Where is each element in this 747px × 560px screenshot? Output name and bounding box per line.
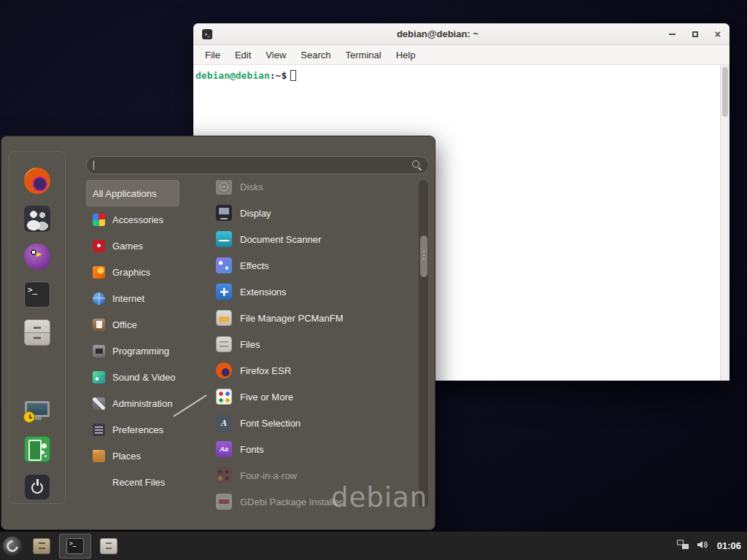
- menu-help[interactable]: Help: [389, 47, 423, 63]
- taskbar: >_ 01:06: [0, 531, 747, 560]
- files-cabinet-icon: [100, 538, 117, 554]
- app-label: Files: [240, 339, 260, 350]
- app-item-extensions[interactable]: Extensions: [208, 279, 418, 305]
- category-graphics[interactable]: Graphics: [86, 259, 194, 285]
- app-item-display[interactable]: Display: [208, 200, 418, 226]
- clock[interactable]: 01:06: [717, 540, 741, 551]
- search-input[interactable]: [94, 158, 412, 173]
- logout-button[interactable]: [24, 436, 50, 462]
- prompt-dollar: $: [281, 70, 287, 81]
- lock-screen-button[interactable]: [24, 398, 50, 424]
- firefox-esr-icon: [216, 362, 232, 378]
- terminal-scrollbar[interactable]: [720, 65, 729, 381]
- distro-logo-icon: [3, 537, 22, 556]
- category-label: Recent Files: [112, 477, 165, 488]
- app-item-disks[interactable]: Disks: [208, 180, 418, 200]
- games-icon: [93, 240, 105, 252]
- accessories-icon: [93, 214, 105, 226]
- app-item-files[interactable]: Files: [208, 331, 418, 357]
- four-in-a-row-icon: [216, 467, 232, 483]
- applications-list: Disks Display Document Scanner Effects E…: [208, 180, 418, 510]
- menu-edit[interactable]: Edit: [228, 47, 258, 63]
- minimize-button[interactable]: [669, 34, 676, 35]
- app-item-four-in-a-row[interactable]: Four-in-a-row: [208, 462, 418, 489]
- favorite-file-manager[interactable]: [24, 319, 50, 346]
- category-label: Games: [112, 241, 143, 252]
- menu-terminal[interactable]: Terminal: [338, 47, 389, 63]
- firefox-icon: [24, 168, 50, 194]
- menu-scrollbar-thumb[interactable]: [420, 236, 427, 277]
- category-internet[interactable]: Internet: [86, 285, 194, 311]
- category-label: Office: [112, 319, 137, 330]
- maximize-button[interactable]: [692, 31, 698, 37]
- terminal-cursor: [290, 70, 296, 81]
- terminal-window-icon: >_: [202, 29, 212, 39]
- menu-button[interactable]: [0, 532, 25, 560]
- graphics-icon: [93, 266, 105, 279]
- category-label: Graphics: [112, 267, 150, 278]
- category-recent-files[interactable]: Recent Files: [86, 469, 194, 495]
- terminal-icon: >_: [24, 281, 50, 308]
- category-places[interactable]: Places: [86, 443, 194, 469]
- taskbar-file-manager[interactable]: [26, 534, 58, 559]
- fonts-icon: Aa: [216, 441, 232, 457]
- shutdown-icon: [24, 474, 50, 500]
- terminal-icon: >_: [66, 538, 84, 554]
- five-or-more-icon: [216, 389, 232, 405]
- close-button[interactable]: ×: [715, 29, 721, 39]
- app-item-document-scanner[interactable]: Document Scanner: [208, 226, 418, 252]
- extensions-icon: [216, 284, 232, 300]
- app-item-effects[interactable]: Effects: [208, 252, 418, 279]
- app-item-fonts[interactable]: Aa Fonts: [208, 436, 418, 462]
- app-item-file-manager-pcmanfm[interactable]: File Manager PCManFM: [208, 305, 418, 331]
- category-label: All Applications: [93, 188, 156, 199]
- category-label: Administration: [112, 398, 172, 409]
- favorite-terminal[interactable]: >_: [24, 281, 50, 308]
- network-icon[interactable]: [677, 540, 689, 553]
- file-cabinet-icon: [24, 319, 50, 346]
- menu-search-box[interactable]: [86, 156, 429, 174]
- categories-list: All Applications Accessories Games Graph…: [86, 180, 194, 495]
- category-accessories[interactable]: Accessories: [86, 206, 194, 233]
- taskbar-terminal[interactable]: >_: [59, 534, 91, 559]
- category-label: Programming: [112, 346, 169, 357]
- app-item-firefox-esr[interactable]: Firefox ESR: [208, 357, 418, 384]
- category-label: Sound & Video: [112, 372, 176, 383]
- app-label: File Manager PCManFM: [240, 313, 344, 324]
- favorite-users-app[interactable]: [24, 206, 50, 232]
- menu-search[interactable]: Search: [293, 47, 338, 63]
- app-label: Disks: [240, 182, 263, 192]
- category-programming[interactable]: Programming: [86, 338, 194, 364]
- category-sound-video[interactable]: Sound & Video: [86, 364, 194, 390]
- app-item-font-selection[interactable]: A Font Selection: [208, 410, 418, 436]
- category-all-applications[interactable]: All Applications: [86, 180, 179, 206]
- search-icon: [412, 160, 422, 170]
- app-item-five-or-more[interactable]: Five or More: [208, 384, 418, 410]
- app-label: Font Selection: [240, 418, 301, 429]
- taskbar-files[interactable]: [93, 534, 125, 559]
- administration-icon: [93, 397, 105, 410]
- pcmanfm-icon: [216, 310, 232, 326]
- terminal-scrollbar-thumb[interactable]: [722, 67, 728, 117]
- category-office[interactable]: Office: [86, 311, 194, 338]
- app-item-gdebi-package-installer[interactable]: GDebi Package Installer: [208, 489, 418, 510]
- menu-view[interactable]: View: [258, 47, 293, 63]
- mouse-cursor: [173, 394, 208, 418]
- favorites-panel: >_: [9, 151, 66, 504]
- gdebi-icon: [216, 494, 232, 510]
- terminal-title: debian@debian: ~: [212, 28, 663, 39]
- favorite-purple-app[interactable]: [24, 244, 50, 270]
- menu-file[interactable]: File: [198, 47, 228, 63]
- display-icon: [216, 205, 232, 221]
- app-label: Fonts: [240, 444, 264, 455]
- menu-scrollbar[interactable]: [419, 180, 428, 508]
- category-games[interactable]: Games: [86, 233, 194, 259]
- logout-icon: [24, 436, 50, 462]
- font-selection-icon: A: [216, 415, 232, 431]
- volume-icon[interactable]: [697, 540, 709, 553]
- category-preferences[interactable]: Preferences: [86, 416, 194, 443]
- shutdown-button[interactable]: [24, 474, 50, 500]
- favorite-firefox[interactable]: [24, 168, 50, 194]
- terminal-titlebar[interactable]: >_ debian@debian: ~ ×: [193, 23, 729, 45]
- app-label: Extensions: [240, 287, 287, 298]
